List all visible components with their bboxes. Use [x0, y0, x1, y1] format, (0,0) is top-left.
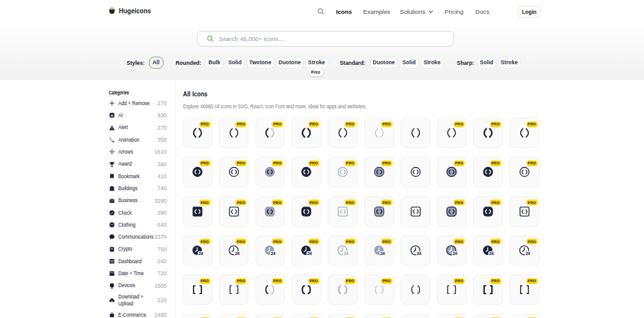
svg-text:24: 24	[235, 251, 240, 256]
svg-text:24: 24	[198, 251, 203, 256]
svg-text:24: 24	[489, 251, 494, 256]
svg-text:24: 24	[271, 251, 276, 256]
svg-text:24: 24	[453, 251, 458, 256]
svg-text:24: 24	[526, 251, 531, 256]
svg-text:24: 24	[380, 251, 385, 256]
svg-text:24: 24	[344, 251, 349, 256]
svg-text:24: 24	[308, 251, 313, 256]
svg-text:24: 24	[416, 251, 421, 256]
svg-text:AI: AI	[111, 114, 113, 117]
